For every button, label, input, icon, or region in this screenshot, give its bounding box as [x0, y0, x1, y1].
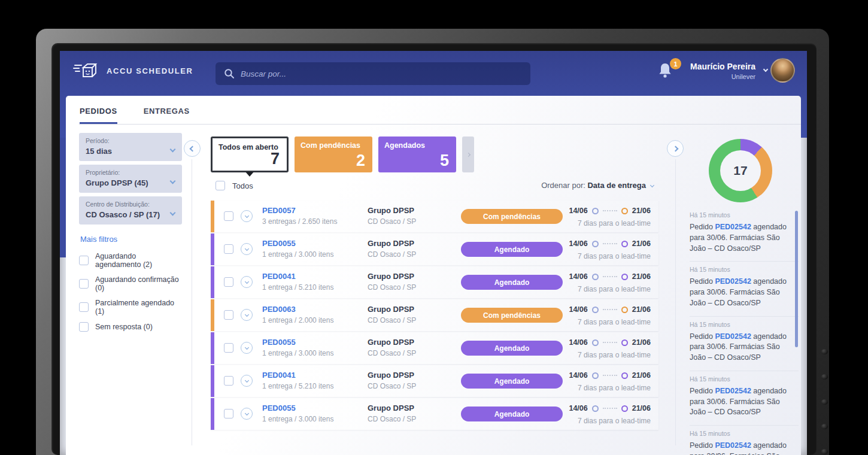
search-input[interactable]	[241, 69, 522, 78]
notifications-button[interactable]: 1	[657, 62, 678, 84]
date-end: 21/06	[632, 404, 651, 412]
period-filter-label: Período:	[86, 137, 175, 144]
order-row[interactable]: PED0055 1 entrega / 3.000 itens Grupo DP…	[211, 332, 658, 364]
order-row[interactable]: PED0041 1 entrega / 5.210 itens Grupo DP…	[211, 266, 658, 298]
date-range: 14/06 21/06	[569, 305, 651, 314]
row-checkbox[interactable]	[224, 277, 233, 287]
period-filter-dropdown[interactable]: Período: 15 dias	[79, 133, 182, 161]
expand-row-button[interactable]	[241, 210, 253, 222]
expand-row-button[interactable]	[241, 243, 253, 255]
owner-filter-dropdown[interactable]: Proprietário: Grupo DPSP (45)	[79, 165, 182, 193]
row-checkbox[interactable]	[224, 376, 233, 386]
order-row[interactable]: PED0057 3 entregas / 2.650 itens Grupo D…	[211, 201, 658, 232]
carousel-next-button[interactable]	[667, 140, 684, 157]
order-details: 1 entrega / 3.000 itens	[262, 349, 333, 357]
checkbox[interactable]	[79, 256, 89, 265]
date-start: 14/06	[569, 272, 587, 281]
expand-row-button[interactable]	[241, 408, 253, 420]
order-row[interactable]: PED0055 1 entrega / 3.000 itens Grupo DP…	[211, 398, 658, 430]
tab-pedidos[interactable]: PEDIDOS	[80, 107, 117, 125]
filter-checkbox-row[interactable]: Sem resposta (0)	[79, 322, 182, 332]
order-dc: CD Osaco / SP	[368, 283, 416, 292]
dc-filter-dropdown[interactable]: Centro de Distribuição: CD Osasco / SP (…	[79, 196, 182, 225]
date-start: 14/06	[569, 404, 587, 412]
order-id-link[interactable]: PED02542	[715, 277, 751, 286]
status-color-bar	[211, 233, 214, 265]
order-id-link[interactable]: PED02542	[715, 441, 751, 450]
checkbox[interactable]	[79, 302, 89, 312]
order-id-link[interactable]: PED02542	[715, 332, 751, 341]
order-row[interactable]: PED0041 1 entrega / 5.210 itens Grupo DP…	[211, 365, 658, 397]
order-id-link[interactable]: PED0063	[262, 305, 296, 314]
filter-checkbox-row[interactable]: Aguardando agendamento (2)	[79, 252, 182, 269]
start-circle-icon	[592, 372, 599, 379]
feed-text: Pedido PED02542 agendado para 30/06. Far…	[690, 441, 795, 455]
order-id-link[interactable]: PED0041	[262, 272, 296, 281]
order-row[interactable]: PED0055 1 entrega / 3.000 itens Grupo DP…	[211, 233, 658, 265]
user-company: Unilever	[690, 73, 755, 80]
chevron-down-icon	[244, 345, 248, 349]
chevron-down-icon[interactable]	[763, 67, 768, 72]
filter-checkbox-row[interactable]: Aguardando confirmação (0)	[79, 275, 182, 292]
expand-row-button[interactable]	[241, 342, 253, 354]
summary-card-todos-em-aberto[interactable]: Todos em aberto 7	[211, 136, 289, 172]
main-tabs: PEDIDOS ENTREGAS	[80, 107, 190, 125]
status-color-bar	[211, 201, 214, 232]
expand-row-button[interactable]	[241, 375, 253, 387]
order-id-link[interactable]: PED0055	[262, 404, 296, 412]
carousel-prev-button[interactable]	[184, 140, 201, 157]
expand-row-button[interactable]	[241, 276, 253, 288]
feed-item[interactable]: Há 15 minutos Pedido PED02542 agendado p…	[690, 371, 799, 426]
feed-timestamp: Há 15 minutos	[690, 375, 799, 383]
summary-card-count: 2	[356, 151, 365, 170]
tab-entregas[interactable]: ENTREGAS	[144, 107, 190, 125]
column-divider	[675, 159, 676, 445]
feed-item[interactable]: Há 15 minutos Pedido PED02542 agendado p…	[690, 426, 799, 455]
brand-logo[interactable]: ACCU SCHEDULER	[73, 59, 193, 82]
order-id-link[interactable]: PED0055	[262, 239, 296, 248]
start-circle-icon	[592, 274, 599, 280]
row-checkbox[interactable]	[224, 310, 233, 320]
sort-control[interactable]: Ordenar por: Data de entrega	[211, 181, 658, 190]
date-end: 21/06	[632, 338, 651, 347]
monitor-frame: ACCU SCHEDULER 1	[36, 29, 829, 455]
chevron-down-icon	[244, 246, 248, 250]
order-id-link[interactable]: PED02542	[715, 223, 751, 231]
column-divider	[192, 159, 192, 445]
order-row[interactable]: PED0063 1 entrega / 2.000 itens Grupo DP…	[211, 299, 658, 331]
checkbox[interactable]	[79, 279, 89, 289]
summary-card-next-sliver[interactable]	[462, 136, 474, 172]
orders-list: PED0057 3 entregas / 2.650 itens Grupo D…	[211, 201, 658, 431]
feed-item[interactable]: Há 15 minutos Pedido PED02542 agendado p…	[690, 317, 799, 371]
row-checkbox[interactable]	[224, 409, 233, 418]
order-details: 1 entrega / 5.210 itens	[262, 283, 333, 292]
row-checkbox[interactable]	[224, 211, 233, 221]
chevron-right-icon	[466, 152, 470, 156]
user-name: Maurício Pereira	[690, 62, 755, 71]
search-bar[interactable]	[216, 62, 530, 85]
checkbox-label: Sem resposta (0)	[95, 323, 153, 331]
feed-text: Pedido PED02542 agendado para 30/06. Far…	[690, 222, 795, 254]
summary-card-count: 7	[271, 150, 280, 168]
order-id-link[interactable]: PED0055	[262, 338, 296, 347]
feed-scrollbar[interactable]	[795, 211, 798, 347]
dotted-connector	[603, 342, 617, 343]
avatar[interactable]	[770, 58, 795, 83]
order-id-link[interactable]: PED0057	[262, 206, 296, 215]
user-menu[interactable]: Maurício Pereira Unilever	[690, 62, 755, 80]
feed-item[interactable]: Há 15 minutos Pedido PED02542 agendado p…	[690, 207, 799, 262]
order-owner: Grupo DPSP	[368, 239, 414, 248]
row-checkbox[interactable]	[224, 343, 233, 353]
more-filters-link[interactable]: Mais filtros	[80, 235, 117, 244]
row-checkbox[interactable]	[224, 244, 233, 254]
feed-item[interactable]: Há 15 minutos Pedido PED02542 agendado p…	[690, 262, 799, 316]
summary-card-agendados[interactable]: Agendados 5	[378, 136, 456, 172]
order-id-link[interactable]: PED0041	[262, 371, 296, 380]
summary-card-com-pendencias[interactable]: Com pendências 2	[295, 136, 372, 172]
expand-row-button[interactable]	[241, 309, 253, 321]
order-details: 1 entrega / 3.000 itens	[262, 250, 333, 259]
checkbox[interactable]	[79, 322, 89, 332]
order-id-link[interactable]: PED02542	[715, 387, 751, 395]
filter-checkbox-row[interactable]: Parcialmente agendado (1)	[79, 299, 182, 316]
end-circle-icon	[621, 307, 628, 313]
